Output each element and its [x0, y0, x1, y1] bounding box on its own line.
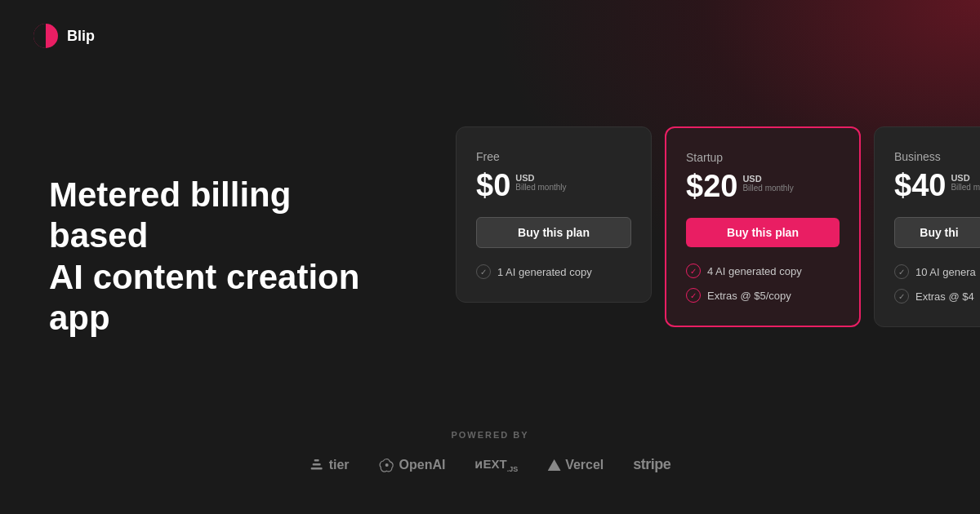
- plan-price-row-free: $0 USD Billed monthly: [476, 170, 631, 201]
- openai-label: OpenAI: [399, 458, 446, 472]
- feature-text: 4 AI generated copy: [707, 265, 802, 277]
- tier-brand: tier: [310, 458, 350, 472]
- logo-text: Blip: [67, 28, 95, 45]
- pricing-card-business: Business $40 USD Billed monthly Buy thi …: [874, 126, 980, 327]
- nextjs-label: ᴎEXT.JS: [474, 457, 518, 473]
- vercel-label: Vercel: [565, 458, 604, 472]
- plan-name-free: Free: [476, 150, 631, 163]
- plan-name-business: Business: [894, 150, 980, 163]
- svg-point-4: [385, 463, 389, 467]
- stripe-label: stripe: [633, 456, 670, 473]
- plan-name-startup: Startup: [686, 151, 840, 164]
- plan-price-business: $40: [894, 170, 946, 201]
- pricing-card-free: Free $0 USD Billed monthly Buy this plan…: [456, 126, 652, 303]
- vercel-brand: Vercel: [547, 458, 604, 472]
- hero-section: Metered billing based AI content creatio…: [49, 175, 392, 339]
- powered-by-section: POWERED BY tier OpenAI ᴎEXT.JS: [310, 430, 671, 473]
- features-list-business: ✓ 10 AI genera ✓ Extras @ $4: [894, 264, 980, 304]
- pricing-container: Free $0 USD Billed monthly Buy this plan…: [456, 126, 980, 327]
- feature-item: ✓ Extras @ $5/copy: [686, 288, 840, 303]
- powered-by-label: POWERED BY: [451, 430, 528, 440]
- svg-marker-5: [547, 459, 560, 471]
- plan-currency-business: USD: [951, 173, 980, 183]
- plan-currency-free: USD: [515, 173, 566, 183]
- openai-brand: OpenAI: [379, 457, 446, 473]
- plan-billing-business: Billed monthly: [951, 183, 980, 192]
- plan-price-meta-startup: USD Billed monthly: [742, 171, 793, 193]
- buy-plan-business-button[interactable]: Buy thi: [894, 217, 980, 248]
- svg-rect-2: [313, 463, 321, 466]
- features-list-free: ✓ 1 AI generated copy: [476, 264, 631, 279]
- nextjs-brand: ᴎEXT.JS: [474, 457, 518, 473]
- svg-rect-3: [314, 459, 319, 462]
- plan-price-free: $0: [476, 170, 510, 201]
- hero-title: Metered billing based AI content creatio…: [49, 175, 392, 339]
- feature-item: ✓ 1 AI generated copy: [476, 264, 631, 279]
- feature-text: 10 AI genera: [915, 266, 976, 278]
- plan-price-startup: $20: [686, 171, 737, 202]
- feature-text: Extras @ $4: [915, 290, 974, 303]
- svg-rect-1: [311, 467, 323, 470]
- check-icon: ✓: [476, 264, 491, 279]
- openai-icon: [379, 457, 395, 473]
- buy-plan-startup-button[interactable]: Buy this plan: [686, 218, 840, 247]
- check-icon: ✓: [894, 289, 909, 304]
- plan-price-row-startup: $20 USD Billed monthly: [686, 171, 840, 202]
- plan-price-meta-free: USD Billed monthly: [515, 170, 566, 192]
- check-icon: ✓: [894, 264, 909, 279]
- blip-logo-icon: [33, 23, 59, 49]
- plan-currency-startup: USD: [742, 174, 793, 184]
- plan-price-row-business: $40 USD Billed monthly: [894, 170, 980, 201]
- check-icon: ✓: [686, 264, 701, 278]
- pricing-card-startup: Startup $20 USD Billed monthly Buy this …: [665, 126, 861, 327]
- feature-item: ✓ Extras @ $4: [894, 289, 980, 304]
- check-icon: ✓: [686, 288, 701, 303]
- feature-item: ✓ 4 AI generated copy: [686, 264, 840, 278]
- plan-price-meta-business: USD Billed monthly: [951, 170, 980, 192]
- feature-item: ✓ 10 AI genera: [894, 264, 980, 279]
- header: Blip: [33, 23, 95, 49]
- powered-logos: tier OpenAI ᴎEXT.JS Vercel stripe: [310, 456, 671, 473]
- tier-label: tier: [329, 458, 350, 472]
- tier-icon: [310, 458, 324, 472]
- feature-text: 1 AI generated copy: [497, 266, 592, 278]
- stripe-brand: stripe: [633, 456, 670, 473]
- plan-billing-startup: Billed monthly: [742, 184, 793, 193]
- vercel-icon: [547, 459, 560, 471]
- plan-billing-free: Billed monthly: [515, 183, 566, 192]
- features-list-startup: ✓ 4 AI generated copy ✓ Extras @ $5/copy: [686, 264, 840, 303]
- feature-text: Extras @ $5/copy: [707, 290, 791, 302]
- buy-plan-free-button[interactable]: Buy this plan: [476, 217, 631, 248]
